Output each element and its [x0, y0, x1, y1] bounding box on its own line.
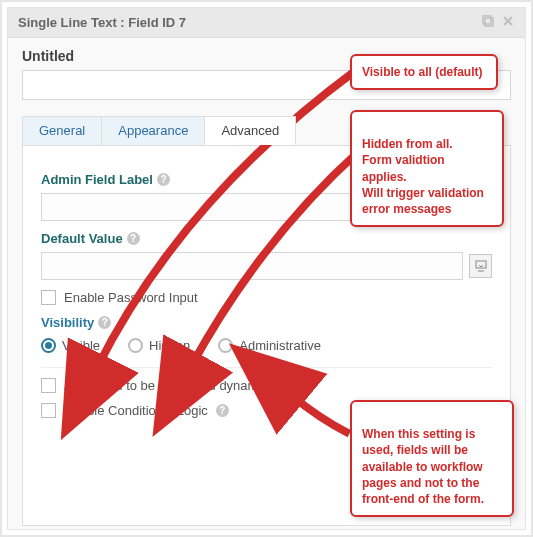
callout-visible: Visible to all (default): [350, 54, 498, 90]
enable-password-checkbox[interactable]: [41, 290, 56, 305]
help-icon[interactable]: ?: [98, 316, 111, 329]
visibility-label: Visibility ?: [41, 315, 492, 330]
header-actions: [481, 14, 515, 31]
radio-visible-label: Visible: [62, 338, 100, 353]
tab-advanced[interactable]: Advanced: [204, 116, 296, 145]
visibility-label-text: Visibility: [41, 315, 94, 330]
panel-title: Single Line Text : Field ID 7: [18, 15, 186, 30]
svg-rect-1: [485, 18, 493, 26]
tab-appearance[interactable]: Appearance: [101, 116, 205, 145]
callout-hidden-text: Hidden from all. Form validtion applies.…: [362, 137, 484, 216]
conditional-logic-label: Enable Conditional Logic: [64, 403, 208, 418]
enable-password-label: Enable Password Input: [64, 290, 198, 305]
admin-field-label-text: Admin Field Label: [41, 172, 153, 187]
merge-tag-dropdown[interactable]: [469, 254, 492, 278]
help-icon[interactable]: ?: [127, 232, 140, 245]
panel-header: Single Line Text : Field ID 7: [8, 8, 525, 38]
radio-administrative[interactable]: Administrative: [218, 338, 321, 353]
close-icon[interactable]: [501, 14, 515, 31]
radio-visible[interactable]: Visible: [41, 338, 100, 353]
help-icon[interactable]: ?: [157, 173, 170, 186]
callout-visible-text: Visible to all (default): [362, 65, 482, 79]
radio-hidden-label: Hidden: [149, 338, 190, 353]
callout-hidden: Hidden from all. Form validtion applies.…: [350, 110, 504, 227]
help-icon[interactable]: ?: [295, 379, 308, 392]
radio-administrative-label: Administrative: [239, 338, 321, 353]
callout-administrative: When this setting is used, fields will b…: [350, 400, 514, 517]
divider: [41, 367, 492, 368]
allow-populate-label: Allow field to be populated dynamically: [64, 378, 287, 393]
help-icon[interactable]: ?: [216, 404, 229, 417]
default-value-label: Default Value ?: [41, 231, 492, 246]
svg-rect-0: [483, 16, 491, 24]
enable-password-row[interactable]: Enable Password Input: [41, 290, 492, 305]
allow-populate-row[interactable]: Allow field to be populated dynamically …: [41, 378, 492, 393]
callout-administrative-text: When this setting is used, fields will b…: [362, 427, 484, 506]
radio-hidden[interactable]: Hidden: [128, 338, 190, 353]
duplicate-icon[interactable]: [481, 14, 495, 31]
visibility-radios: Visible Hidden Administrative: [41, 338, 492, 353]
default-value-input[interactable]: [41, 252, 463, 280]
conditional-logic-checkbox[interactable]: [41, 403, 56, 418]
radio-administrative-control[interactable]: [218, 338, 233, 353]
default-value-label-text: Default Value: [41, 231, 123, 246]
allow-populate-checkbox[interactable]: [41, 378, 56, 393]
radio-visible-control[interactable]: [41, 338, 56, 353]
radio-hidden-control[interactable]: [128, 338, 143, 353]
tab-general[interactable]: General: [22, 116, 102, 145]
